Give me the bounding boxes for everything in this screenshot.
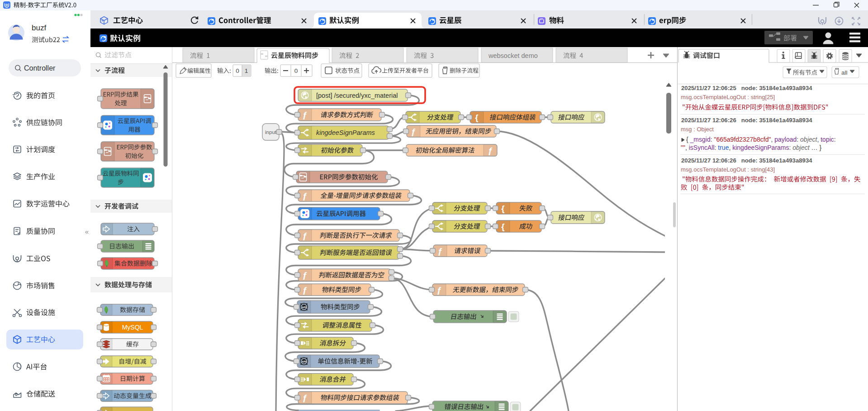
- svg-text:[post] /secured/yxc_material: [post] /secured/yxc_material: [316, 92, 398, 99]
- svg-text:2025/11/27 12:06:25 node: 35: 2025/11/27 12:06:25 node: 35184e1a493a89…: [681, 85, 812, 91]
- svg-text:ƒ: ƒ: [303, 191, 308, 201]
- svg-text:all: all: [841, 69, 848, 76]
- svg-text:ƒ: ƒ: [303, 393, 308, 402]
- svg-text:2025/11/27 12:06:26 node: 35: 2025/11/27 12:06:26 node: 35184e1a493a89…: [681, 157, 812, 164]
- svg-text:ƒ: ƒ: [437, 285, 442, 295]
- svg-text:Controller: Controller: [24, 64, 56, 72]
- svg-text:ƒ: ƒ: [303, 231, 308, 240]
- svg-text:MySQL: MySQL: [122, 324, 143, 331]
- svg-text:{: {: [501, 222, 504, 231]
- svg-text:ƒ: ƒ: [488, 146, 493, 155]
- svg-text:{: {: [475, 113, 478, 122]
- svg-text:ƒ: ƒ: [303, 110, 308, 119]
- svg-text:kingdeeSignParams: kingdeeSignParams: [316, 129, 375, 136]
- svg-text:0: 0: [236, 67, 239, 74]
- svg-text:0: 0: [294, 67, 298, 74]
- svg-text:2025/11/27 12:06:26 node: 35: 2025/11/27 12:06:26 node: 35184e1a493a89…: [681, 117, 812, 124]
- svg-text:API: API: [302, 360, 306, 363]
- svg-text:ƒ: ƒ: [411, 127, 416, 136]
- svg-text:ƒ: ƒ: [438, 246, 443, 256]
- svg-text:"", isSyncAll: true, kingdeeSi: "", isSyncAll: true, kingdeeSignParams: …: [681, 144, 821, 151]
- svg-text:1: 1: [245, 67, 248, 74]
- svg-text:buzf: buzf: [32, 24, 46, 32]
- svg-text:msg : Object: msg : Object: [681, 126, 714, 133]
- svg-text:{ _msgid: "665a9fd2327b8cfd",: { _msgid: "665a9fd2327b8cfd", payload: o…: [686, 136, 836, 143]
- svg-text:API: API: [302, 306, 306, 309]
- svg-text:ƒ: ƒ: [303, 270, 308, 280]
- svg-text:msg.ocsTemplateLogOut : string: msg.ocsTemplateLogOut : string[25]: [681, 94, 775, 100]
- svg-text:msg.ocsTemplateLogOut : string: msg.ocsTemplateLogOut : string[43]: [681, 166, 775, 173]
- svg-text:«: «: [85, 228, 89, 235]
- svg-text:websocket demo: websocket demo: [488, 52, 538, 59]
- svg-text:{: {: [501, 204, 504, 213]
- svg-text:input: input: [265, 129, 277, 135]
- svg-text:ƒ: ƒ: [303, 285, 308, 295]
